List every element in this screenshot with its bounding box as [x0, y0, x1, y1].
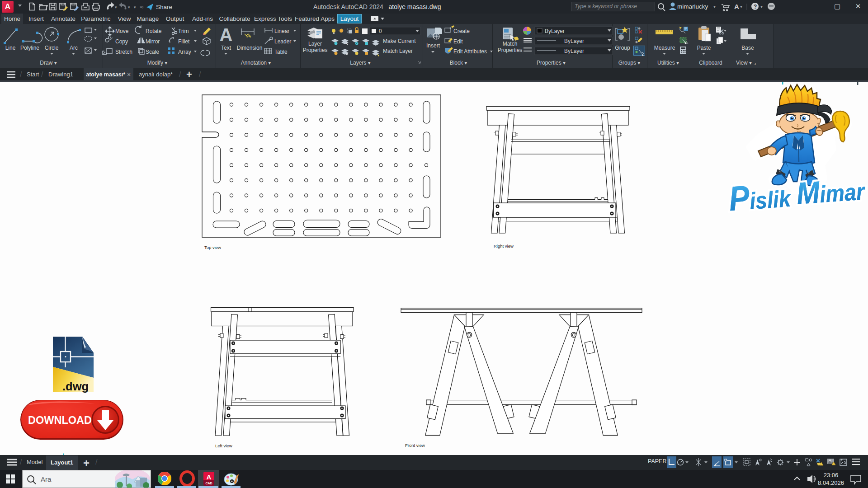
svg-text:▾: ▾	[740, 4, 742, 9]
svg-text:DOWNLOAD: DOWNLOAD	[28, 414, 92, 426]
svg-text:Fillet: Fillet	[178, 38, 190, 45]
svg-text:Mirror: Mirror	[146, 38, 160, 45]
svg-text:Polyline: Polyline	[20, 45, 39, 51]
svg-text:Paste: Paste	[697, 45, 711, 51]
svg-text:A: A	[734, 3, 739, 10]
svg-text:Match: Match	[503, 41, 518, 47]
svg-text:Trim: Trim	[178, 28, 189, 34]
svg-text:mimarlucky: mimarlucky	[677, 3, 708, 10]
svg-text:ByLayer: ByLayer	[564, 48, 584, 54]
svg-text:Match Layer: Match Layer	[383, 48, 413, 54]
svg-text:Text: Text	[221, 45, 231, 51]
svg-text:Make Current: Make Current	[383, 38, 416, 44]
svg-text:▾: ▾	[134, 5, 136, 9]
svg-text:Rotate: Rotate	[146, 28, 162, 34]
svg-text:A: A	[220, 25, 233, 45]
svg-text:Properties ▾: Properties ▾	[537, 60, 566, 66]
svg-text:Insert: Insert	[426, 42, 440, 49]
svg-text:Share: Share	[156, 4, 172, 10]
svg-text:Layer: Layer	[308, 41, 322, 47]
svg-text:Arc: Arc	[70, 45, 78, 51]
svg-text:?: ?	[754, 4, 757, 10]
svg-text:Annotation ▾: Annotation ▾	[241, 60, 271, 66]
svg-text:Create: Create	[453, 28, 470, 34]
svg-text:Line: Line	[5, 45, 16, 51]
svg-text:Dimension: Dimension	[237, 45, 263, 51]
svg-text:Edit: Edit	[453, 38, 463, 45]
svg-text:Circle: Circle	[45, 45, 59, 51]
svg-text:Scale: Scale	[146, 49, 159, 55]
svg-text:Leader: Leader	[274, 38, 291, 45]
svg-text:Array: Array	[178, 49, 191, 55]
svg-text:Group: Group	[615, 45, 630, 51]
svg-text:0: 0	[379, 28, 382, 34]
svg-text:ByLayer: ByLayer	[564, 38, 584, 44]
svg-text:Properties: Properties	[303, 47, 328, 53]
svg-text:Measure: Measure	[654, 45, 675, 51]
svg-text:▾: ▾	[115, 5, 117, 9]
svg-text:A: A	[207, 473, 212, 481]
svg-text:▾: ▾	[128, 5, 130, 9]
svg-text:Right view: Right view	[494, 244, 514, 249]
svg-text:Front view: Front view	[405, 443, 425, 448]
svg-text:Linear: Linear	[274, 28, 289, 34]
svg-text:≂: ≂	[139, 4, 144, 10]
svg-text:Move: Move	[115, 28, 129, 34]
svg-text:.dwg: .dwg	[62, 380, 89, 393]
svg-text:Block ▾: Block ▾	[450, 60, 467, 66]
svg-text:Properties: Properties	[498, 47, 523, 53]
svg-text:Layers ▾: Layers ▾	[350, 60, 370, 66]
svg-text:Utilities ▾: Utilities ▾	[657, 60, 679, 66]
svg-text:Groups ▾: Groups ▾	[618, 60, 641, 66]
svg-text:Table: Table	[274, 49, 288, 55]
svg-text:Base: Base	[741, 45, 754, 51]
svg-text:View ▾ ⌟: View ▾ ⌟	[736, 60, 756, 66]
svg-text:▾: ▾	[713, 4, 716, 9]
svg-text:ByLayer: ByLayer	[545, 28, 565, 34]
svg-text:Draw ▾: Draw ▾	[40, 60, 57, 66]
svg-text:CAD: CAD	[205, 482, 212, 485]
svg-text:Clipboard: Clipboard	[699, 60, 722, 66]
svg-text:Ara: Ara	[41, 475, 52, 483]
svg-text:Stretch: Stretch	[115, 49, 132, 55]
svg-text:Edit Attributes: Edit Attributes	[453, 48, 487, 55]
svg-text:▾: ▾	[760, 4, 763, 9]
svg-text:Modify ▾: Modify ▾	[147, 60, 168, 66]
svg-text:Left view: Left view	[215, 443, 232, 448]
svg-text:Copy: Copy	[115, 38, 128, 45]
svg-text:Top view: Top view	[204, 245, 221, 250]
svg-text:Mimar: Mimar	[795, 171, 866, 210]
